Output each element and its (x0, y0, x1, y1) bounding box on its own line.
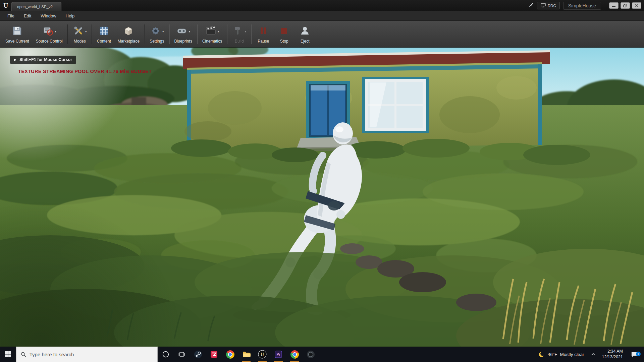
task-view-button[interactable] (174, 347, 190, 362)
chrome-icon (290, 350, 299, 359)
game-scene (0, 48, 644, 347)
gear-icon (150, 25, 161, 38)
toolbar-separator (144, 24, 145, 44)
content-button[interactable]: Content (94, 24, 114, 44)
brush-icon (528, 2, 534, 9)
chevron-down-icon: ▾ (245, 30, 246, 33)
game-viewport[interactable]: ▶ Shift+F1 for Mouse Cursor TEXTURE STRE… (0, 48, 644, 347)
taskbar-unreal[interactable]: U (254, 347, 270, 362)
tray-overflow-button[interactable] (588, 352, 598, 357)
windows-logo-icon (5, 351, 11, 358)
chevron-down-icon[interactable]: ▾ (55, 30, 56, 33)
svg-text:Pr: Pr (276, 352, 280, 356)
menu-help[interactable]: Help (61, 11, 79, 20)
menu-bar: File Edit Window Help (0, 11, 644, 21)
minimize-button[interactable] (609, 2, 619, 9)
steam-icon (194, 350, 202, 359)
level-tab[interactable]: open_world_LSP_v2 (11, 2, 62, 11)
source-control-button[interactable]: ▾ Source Control (33, 24, 66, 44)
pause-icon (258, 25, 269, 38)
menu-file[interactable]: File (3, 11, 19, 20)
chevron-down-icon[interactable]: ▾ (189, 30, 190, 33)
menu-window[interactable]: Window (36, 11, 61, 20)
stop-icon (278, 25, 290, 38)
blueprints-icon (176, 25, 187, 38)
taskbar-clock[interactable]: 2:34 AM 12/13/2021 (598, 349, 626, 360)
eject-person-icon (299, 25, 311, 38)
tools-icon (73, 25, 84, 38)
build-button: ▾ Build (229, 24, 250, 44)
search-input[interactable] (30, 352, 153, 357)
start-button[interactable] (0, 347, 16, 362)
taskbar-red-app[interactable] (206, 347, 222, 362)
chevron-up-icon (591, 352, 596, 357)
toolbar-separator (92, 24, 92, 44)
taskbar-file-explorer[interactable] (238, 347, 254, 362)
settings-button[interactable]: ▾ Settings (146, 24, 167, 44)
toolbar-separator (251, 24, 252, 44)
marketplace-button[interactable]: Marketplace (114, 24, 143, 44)
red-app-icon (210, 350, 218, 358)
save-current-button[interactable]: Save Current (2, 24, 33, 44)
menu-edit[interactable]: Edit (19, 11, 36, 20)
unreal-editor-window: U open_world_LSP_v2 DDC SimpleHouse (0, 0, 644, 362)
svg-text:U: U (261, 352, 264, 357)
blueprints-button[interactable]: ▾ Blueprints (171, 24, 196, 44)
taskbar-chrome-2[interactable] (286, 347, 303, 362)
taskbar-premiere[interactable]: Pr (270, 347, 286, 362)
ddc-status[interactable]: DDC (537, 2, 560, 9)
clapperboard-icon (205, 25, 217, 38)
moon-icon (538, 351, 545, 358)
modes-button[interactable]: ▾ Modes (69, 24, 90, 44)
monitor-icon (541, 3, 546, 8)
close-button[interactable] (632, 2, 641, 9)
level-tab-label: open_world_LSP_v2 (17, 5, 53, 9)
clock-time: 2:34 AM (602, 349, 623, 354)
cortana-button[interactable] (158, 347, 174, 362)
round-app-icon (307, 350, 315, 359)
house (183, 50, 550, 152)
toolbar-separator (67, 24, 68, 44)
cortana-icon (162, 351, 169, 358)
titlebar: U open_world_LSP_v2 DDC SimpleHouse (0, 0, 644, 11)
texture-streaming-warning: TEXTURE STREAMING POOL OVER 41.76 MiB BU… (18, 69, 152, 74)
system-tray: 46°F Mostly clear 2:34 AM 12/13/2021 1 (534, 347, 644, 362)
unreal-icon: U (258, 350, 267, 359)
hint-text: Shift+F1 for Mouse Cursor (19, 57, 72, 62)
chrome-icon (226, 350, 234, 359)
stop-button[interactable]: Stop (274, 24, 294, 44)
clock-date: 12/13/2021 (602, 354, 623, 360)
main-toolbar: Save Current ▾ Source Control ▾ Modes Co… (0, 21, 644, 48)
unreal-logo-icon: U (0, 0, 11, 11)
ddc-label: DDC (548, 4, 556, 8)
premiere-icon: Pr (274, 350, 282, 358)
hammer-icon (232, 25, 244, 38)
mouse-cursor-hint: ▶ Shift+F1 for Mouse Cursor (10, 56, 76, 64)
chevron-down-icon[interactable]: ▾ (218, 30, 219, 33)
source-control-icon (42, 25, 54, 38)
marketplace-icon (123, 25, 134, 38)
eject-button[interactable]: Eject (294, 24, 315, 44)
taskbar-steam[interactable] (190, 347, 206, 362)
toolbar-separator (169, 24, 170, 44)
search-icon (20, 351, 26, 357)
house-window (362, 77, 429, 133)
folder-icon (242, 350, 251, 359)
weather-widget[interactable]: 46°F Mostly clear (534, 351, 588, 358)
chevron-down-icon[interactable]: ▾ (162, 30, 164, 33)
action-center-button[interactable]: 1 (626, 351, 642, 358)
notification-badge: 1 (636, 352, 641, 356)
taskbar-round-app[interactable] (303, 347, 319, 362)
taskbar-search[interactable] (16, 347, 158, 362)
chevron-down-icon[interactable]: ▾ (85, 30, 87, 33)
play-arrow-icon: ▶ (14, 58, 16, 61)
windows-taskbar: U Pr 46°F Mostly clear 2:34 AM 12 (0, 347, 644, 362)
project-title: SimpleHouse (563, 2, 601, 10)
save-icon (11, 25, 23, 38)
restore-button[interactable] (621, 2, 630, 9)
task-view-icon (178, 351, 185, 358)
pause-button[interactable]: Pause (253, 24, 274, 44)
taskbar-chrome[interactable] (222, 347, 238, 362)
cinematics-button[interactable]: ▾ Cinematics (199, 24, 225, 44)
weather-temp: 46°F (548, 352, 557, 357)
